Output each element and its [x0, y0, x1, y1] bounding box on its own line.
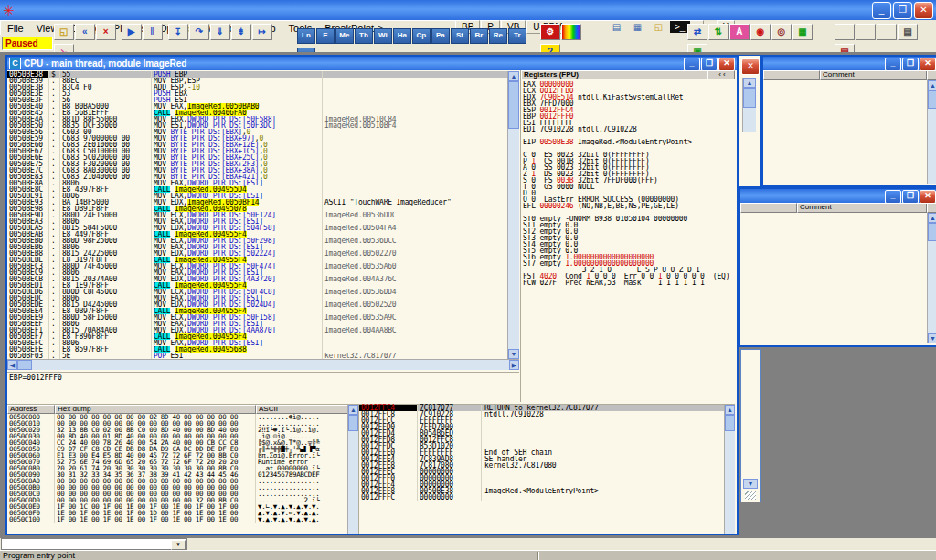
scroll-up-arrow[interactable]: ▲ [348, 405, 358, 415]
dump-row[interactable]: 0050C1001F 00 1E 00 1F 00 1E 00 1F 00 1E… [7, 516, 358, 523]
disasm-row[interactable]: 0050BE3F.56PUSH ESI [7, 97, 507, 103]
minimize-button[interactable]: _ [885, 190, 901, 204]
pause-icon[interactable]: ‖ [143, 24, 163, 40]
disasm-row[interactable]: 0050BE9D.8B0D 24F15000MOV ECX,DWORD PTR … [7, 212, 507, 218]
register-line[interactable]: 3 2 1 0 E S P U O Z D I [523, 267, 735, 273]
register-line[interactable]: ST1 empty 0.0 [523, 222, 735, 228]
register-line[interactable]: A 0 SS 0023 32bit 0(FFFFFFFF) [523, 164, 735, 171]
stack-pane[interactable]: 0012FFC47C817077RETURN to kernel32.7C817… [358, 404, 735, 534]
options-gear-icon[interactable]: ⚙ [540, 24, 560, 40]
disasm-row[interactable]: 0050BEF7.E8 F896F8FFCALL ImageRed.004955… [7, 333, 507, 340]
disasm-row[interactable]: 0050BEB6.8B06MOV EAX,DWORD PTR DS:[ESI] [7, 244, 507, 250]
register-line[interactable]: FCW 027F Prec NEAR,53 Mask 1 1 1 1 1 1 [523, 280, 735, 286]
close-button[interactable]: ✕ [920, 190, 936, 204]
dump-row[interactable]: 0050C0F01E 00 1F 00 1E 00 1F 00 1D 00 1F… [7, 510, 358, 516]
stack-row[interactable]: 0012FFE87C817080kernel32.7C817080 [359, 462, 735, 469]
disasm-row[interactable]: 0050BE91.8B06MOV EAX,DWORD PTR DS:[ESI] [7, 193, 507, 199]
scroll-thumb[interactable] [743, 88, 756, 108]
registers-header-arrows[interactable]: ‹ ‹ [707, 70, 735, 79]
step-over-icon[interactable]: ↷ [189, 24, 209, 40]
appearance-icon[interactable] [561, 24, 581, 40]
stack-row[interactable]: 0012FFE47C839AD8SE handler [359, 456, 735, 462]
disasm-row[interactable]: 0050BEC9.8B06MOV EAX,DWORD PTR DS:[ESI] [7, 269, 507, 276]
disasm-row[interactable]: 0050BEE4.E8 0B97F8FFCALL ImageRed.004955… [7, 308, 507, 314]
stack-row[interactable]: 0012FFCCFFFFFFFF [359, 417, 735, 424]
stack-row[interactable]: 0012FFC87C910228ntdll.7C910228 [359, 411, 735, 417]
dump-row[interactable]: 0050C07052 75 6E 74 69 6D 65 20 65 72 72… [7, 459, 358, 465]
disassembly-hscrollbar[interactable]: ◀ ▶ [7, 359, 519, 370]
binary-icon[interactable]: ▦ [792, 24, 813, 40]
main-titlebar[interactable]: ✳ _ ❐ ✕ [0, 0, 936, 20]
scroll-up-arrow[interactable]: ▲ [725, 405, 735, 415]
dump-row[interactable]: 0050C00000 00 00 00 00 00 00 00 02 8D 40… [7, 414, 358, 420]
dump-row[interactable]: 0050C050C9 D7 CF C8 CD CE DB D8 DA D9 CA… [7, 446, 358, 452]
disasm-row[interactable]: 0050BE59.C683 97000000 00MOV BYTE PTR DS… [7, 135, 507, 142]
pane-button-ln[interactable]: Ln [297, 28, 315, 44]
disasm-row[interactable]: 0050BEE9.8B0D 58F15000MOV ECX,DWORD PTR … [7, 314, 507, 321]
stack-row[interactable]: 0012FFD07FFD7000 [359, 424, 735, 430]
disasm-row[interactable]: 0050BEAB.E8 4497F8FFCALL ImageRed.004955… [7, 231, 507, 238]
disasm-row[interactable]: 0050BE50.8B35 DCF35000MOV ESI,DWORD PTR … [7, 122, 507, 129]
dump-row[interactable]: 0050C01000 00 00 00 00 00 00 00 00 00 00… [7, 420, 358, 427]
scroll-down-arrow[interactable]: ▼ [743, 479, 758, 489]
pane-button-ha[interactable]: Ha [393, 28, 411, 44]
scroll-down-arrow[interactable]: ▼ [928, 333, 936, 343]
close-button[interactable]: ✕ [718, 58, 735, 71]
register-line[interactable]: ESP 0012FFC4 [523, 107, 735, 113]
dump-row[interactable]: 0050C03000 8D 40 00 01 8D 40 00 00 00 00… [7, 433, 358, 439]
scroll-thumb[interactable] [928, 90, 936, 109]
animate-into-icon[interactable]: ⇓ [210, 24, 230, 40]
disasm-row[interactable]: 0050BEDE.8B15 D4245000MOV EDX,DWORD PTR … [7, 301, 507, 308]
stack-row[interactable]: 0012FFE0FFFFFFFFEnd of SEH chain [359, 449, 735, 456]
disasm-row[interactable]: 0050BE3B.83C4 F0ADD ESP,-10 [7, 84, 507, 90]
dump-row[interactable]: 0050C02032 13 8B C0 02 00 8B C0 00 8D 40… [7, 427, 358, 433]
dump-pane[interactable]: Address Hex dump ASCII 0050C00000 00 00 … [7, 404, 358, 534]
disasm-row[interactable]: 0050BE39.8BECMOV EBP,ESP [7, 78, 507, 84]
pane-button-me[interactable]: Me [335, 28, 354, 44]
swap-icon[interactable]: ⇄ [687, 24, 707, 40]
scroll-left-arrow[interactable]: ◀ [7, 360, 17, 370]
disasm-row[interactable]: 0050BEBE.E8 3197F8FFCALL ImageRed.004955… [7, 257, 507, 263]
stack-row[interactable]: 0012FFDC853D1020 [359, 443, 735, 449]
register-line[interactable]: O 0 LastErr ERROR_SUCCESS (00000000) [523, 196, 735, 203]
comment-window-1-titlebar[interactable]: _ ❐ ✕ [763, 57, 936, 70]
register-line[interactable]: P 1 CS 001B 32bit 0(FFFFFFFF) [523, 158, 735, 164]
scroll-up-arrow[interactable]: ▲ [928, 80, 936, 90]
register-line[interactable] [523, 145, 735, 152]
maximize-button[interactable]: ❐ [902, 190, 919, 204]
disasm-row[interactable]: 0050BE83.C683 21040000 00MOV BYTE PTR DS… [7, 174, 507, 180]
pane-button-re[interactable]: Re [489, 28, 507, 44]
minimize-button[interactable]: _ [885, 58, 901, 71]
register-line[interactable]: ECX 0012FFB0 [523, 88, 735, 94]
menu-item-file[interactable]: File [1, 23, 30, 34]
disasm-row[interactable]: 0050BE4A.8B1D 88F55000MOV EBX,DWORD PTR … [7, 116, 507, 122]
pane-button-th[interactable]: Th [355, 28, 373, 44]
register-line[interactable]: EIP 0050BE38 ImageRed.<ModuleEntryPoint> [523, 139, 735, 145]
register-line[interactable]: ST4 empty 0.0 [523, 241, 735, 248]
scroll-thumb[interactable] [508, 81, 519, 129]
close-button[interactable]: ✕ [920, 58, 936, 71]
disasm-row[interactable]: 0050BEF1.8B15 70A84A00MOV EDX,DWORD PTR … [7, 327, 507, 333]
stack-row[interactable]: 0012FFC47C817077RETURN to kernel32.7C817… [359, 405, 735, 411]
disasm-row[interactable]: 0050BEB0.8B0D 98F25000MOV ECX,DWORD PTR … [7, 238, 507, 244]
disasm-row[interactable]: 0050BE7C.C683 8A030000 00MOV BYTE PTR DS… [7, 167, 507, 174]
close-program-icon[interactable]: × [96, 24, 116, 40]
scroll-up-arrow[interactable]: ▲ [508, 71, 519, 81]
pane-button-tr[interactable]: Tr [508, 28, 526, 44]
dump-row[interactable]: 0050C0E01F 00 1C 00 1F 00 1E 00 1F 00 1E… [7, 503, 358, 510]
disasm-row[interactable]: 0050BEEF.8B06MOV EAX,DWORD PTR DS:[ESI] [7, 321, 507, 327]
stack-row[interactable]: 0012FFD80012FFC8 [359, 437, 735, 443]
scroll-up-arrow[interactable]: ▲ [928, 213, 936, 223]
stack-row[interactable]: 0012FFF400000000 [359, 481, 735, 488]
register-line[interactable]: T 0 GS 0000 NULL [523, 184, 735, 190]
register-line[interactable]: FST 4020 Cond 1 0 0 0 Err 0 0 1 0 0 0 0 … [523, 273, 735, 280]
stack-row[interactable]: 0012FFF000000000 [359, 475, 735, 481]
assemble-icon[interactable]: A [729, 24, 750, 40]
register-line[interactable]: ST5 empty 0.0 [523, 248, 735, 254]
stack-row[interactable]: 0012FFF80050BE38ImageRed.<ModuleEntryPoi… [359, 488, 735, 494]
disasm-row[interactable]: 0050BEB8.8B15 24225000MOV EDX,DWORD PTR … [7, 250, 507, 257]
disasm-row[interactable]: 0050BE60.C683 2E010000 00MOV BYTE PTR DS… [7, 142, 507, 148]
register-line[interactable]: ST2 empty 0.0 [523, 228, 735, 235]
updown-icon[interactable]: ⇅ [708, 24, 729, 40]
disassembly-scrollbar[interactable]: ▲ ▼ [507, 71, 519, 359]
